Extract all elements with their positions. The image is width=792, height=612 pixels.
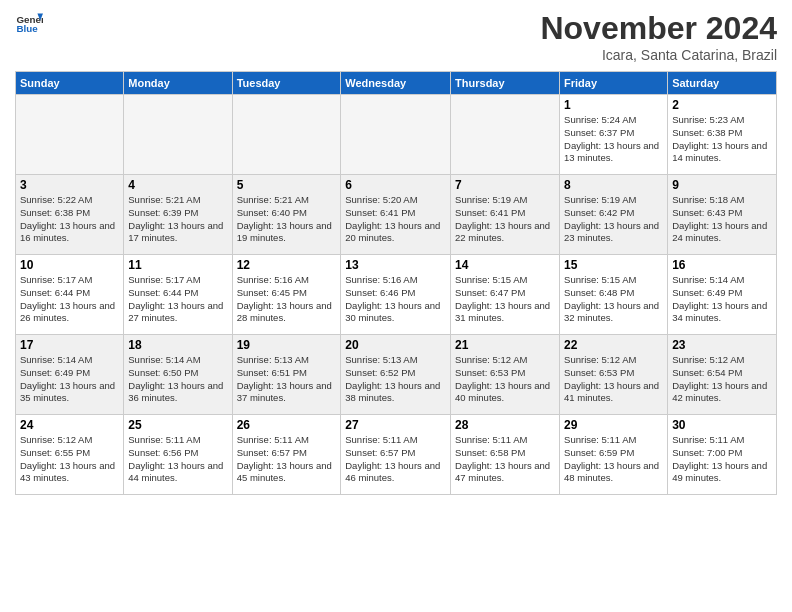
day-info: Sunrise: 5:11 AMSunset: 6:56 PMDaylight:… bbox=[128, 434, 227, 485]
day-info: Sunrise: 5:24 AMSunset: 6:37 PMDaylight:… bbox=[564, 114, 663, 165]
day-info: Sunrise: 5:21 AMSunset: 6:40 PMDaylight:… bbox=[237, 194, 337, 245]
calendar-day-cell: 15Sunrise: 5:15 AMSunset: 6:48 PMDayligh… bbox=[560, 255, 668, 335]
day-number: 12 bbox=[237, 258, 337, 272]
day-number: 14 bbox=[455, 258, 555, 272]
calendar-day-cell: 1Sunrise: 5:24 AMSunset: 6:37 PMDaylight… bbox=[560, 95, 668, 175]
calendar-day-cell: 7Sunrise: 5:19 AMSunset: 6:41 PMDaylight… bbox=[451, 175, 560, 255]
calendar-day-cell: 17Sunrise: 5:14 AMSunset: 6:49 PMDayligh… bbox=[16, 335, 124, 415]
day-number: 26 bbox=[237, 418, 337, 432]
day-info: Sunrise: 5:14 AMSunset: 6:50 PMDaylight:… bbox=[128, 354, 227, 405]
day-number: 29 bbox=[564, 418, 663, 432]
day-info: Sunrise: 5:20 AMSunset: 6:41 PMDaylight:… bbox=[345, 194, 446, 245]
day-number: 10 bbox=[20, 258, 119, 272]
day-info: Sunrise: 5:18 AMSunset: 6:43 PMDaylight:… bbox=[672, 194, 772, 245]
day-info: Sunrise: 5:19 AMSunset: 6:42 PMDaylight:… bbox=[564, 194, 663, 245]
calendar-day-cell: 9Sunrise: 5:18 AMSunset: 6:43 PMDaylight… bbox=[668, 175, 777, 255]
day-info: Sunrise: 5:13 AMSunset: 6:51 PMDaylight:… bbox=[237, 354, 337, 405]
calendar-day-cell: 20Sunrise: 5:13 AMSunset: 6:52 PMDayligh… bbox=[341, 335, 451, 415]
day-info: Sunrise: 5:12 AMSunset: 6:53 PMDaylight:… bbox=[564, 354, 663, 405]
header-saturday: Saturday bbox=[668, 72, 777, 95]
calendar-day-cell: 23Sunrise: 5:12 AMSunset: 6:54 PMDayligh… bbox=[668, 335, 777, 415]
day-info: Sunrise: 5:12 AMSunset: 6:54 PMDaylight:… bbox=[672, 354, 772, 405]
day-number: 7 bbox=[455, 178, 555, 192]
day-info: Sunrise: 5:23 AMSunset: 6:38 PMDaylight:… bbox=[672, 114, 772, 165]
day-number: 5 bbox=[237, 178, 337, 192]
day-info: Sunrise: 5:14 AMSunset: 6:49 PMDaylight:… bbox=[672, 274, 772, 325]
day-number: 25 bbox=[128, 418, 227, 432]
day-number: 9 bbox=[672, 178, 772, 192]
day-number: 2 bbox=[672, 98, 772, 112]
day-number: 11 bbox=[128, 258, 227, 272]
calendar-day-cell bbox=[16, 95, 124, 175]
day-number: 20 bbox=[345, 338, 446, 352]
day-info: Sunrise: 5:11 AMSunset: 6:57 PMDaylight:… bbox=[345, 434, 446, 485]
day-number: 24 bbox=[20, 418, 119, 432]
day-info: Sunrise: 5:12 AMSunset: 6:55 PMDaylight:… bbox=[20, 434, 119, 485]
header: General Blue November 2024 Icara, Santa … bbox=[15, 10, 777, 63]
day-number: 6 bbox=[345, 178, 446, 192]
calendar-day-cell: 3Sunrise: 5:22 AMSunset: 6:38 PMDaylight… bbox=[16, 175, 124, 255]
header-monday: Monday bbox=[124, 72, 232, 95]
header-wednesday: Wednesday bbox=[341, 72, 451, 95]
calendar-day-cell: 14Sunrise: 5:15 AMSunset: 6:47 PMDayligh… bbox=[451, 255, 560, 335]
calendar-day-cell: 27Sunrise: 5:11 AMSunset: 6:57 PMDayligh… bbox=[341, 415, 451, 495]
svg-text:Blue: Blue bbox=[16, 23, 38, 34]
calendar-week-row: 1Sunrise: 5:24 AMSunset: 6:37 PMDaylight… bbox=[16, 95, 777, 175]
calendar-day-cell bbox=[124, 95, 232, 175]
day-number: 1 bbox=[564, 98, 663, 112]
day-info: Sunrise: 5:16 AMSunset: 6:46 PMDaylight:… bbox=[345, 274, 446, 325]
page-container: General Blue November 2024 Icara, Santa … bbox=[0, 0, 792, 505]
day-info: Sunrise: 5:11 AMSunset: 7:00 PMDaylight:… bbox=[672, 434, 772, 485]
day-number: 16 bbox=[672, 258, 772, 272]
day-info: Sunrise: 5:17 AMSunset: 6:44 PMDaylight:… bbox=[128, 274, 227, 325]
calendar-week-row: 17Sunrise: 5:14 AMSunset: 6:49 PMDayligh… bbox=[16, 335, 777, 415]
logo: General Blue bbox=[15, 10, 43, 38]
day-info: Sunrise: 5:17 AMSunset: 6:44 PMDaylight:… bbox=[20, 274, 119, 325]
calendar-day-cell: 19Sunrise: 5:13 AMSunset: 6:51 PMDayligh… bbox=[232, 335, 341, 415]
calendar-day-cell: 13Sunrise: 5:16 AMSunset: 6:46 PMDayligh… bbox=[341, 255, 451, 335]
day-info: Sunrise: 5:11 AMSunset: 6:58 PMDaylight:… bbox=[455, 434, 555, 485]
calendar-day-cell: 22Sunrise: 5:12 AMSunset: 6:53 PMDayligh… bbox=[560, 335, 668, 415]
day-number: 23 bbox=[672, 338, 772, 352]
calendar-week-row: 10Sunrise: 5:17 AMSunset: 6:44 PMDayligh… bbox=[16, 255, 777, 335]
day-number: 18 bbox=[128, 338, 227, 352]
calendar-day-cell: 30Sunrise: 5:11 AMSunset: 7:00 PMDayligh… bbox=[668, 415, 777, 495]
header-sunday: Sunday bbox=[16, 72, 124, 95]
calendar-day-cell: 5Sunrise: 5:21 AMSunset: 6:40 PMDaylight… bbox=[232, 175, 341, 255]
day-info: Sunrise: 5:16 AMSunset: 6:45 PMDaylight:… bbox=[237, 274, 337, 325]
day-info: Sunrise: 5:12 AMSunset: 6:53 PMDaylight:… bbox=[455, 354, 555, 405]
day-number: 8 bbox=[564, 178, 663, 192]
calendar-day-cell: 21Sunrise: 5:12 AMSunset: 6:53 PMDayligh… bbox=[451, 335, 560, 415]
day-number: 30 bbox=[672, 418, 772, 432]
day-number: 19 bbox=[237, 338, 337, 352]
header-friday: Friday bbox=[560, 72, 668, 95]
calendar-day-cell bbox=[451, 95, 560, 175]
month-title: November 2024 bbox=[540, 10, 777, 47]
calendar-day-cell: 18Sunrise: 5:14 AMSunset: 6:50 PMDayligh… bbox=[124, 335, 232, 415]
day-number: 4 bbox=[128, 178, 227, 192]
calendar-day-cell: 24Sunrise: 5:12 AMSunset: 6:55 PMDayligh… bbox=[16, 415, 124, 495]
calendar-header-row: Sunday Monday Tuesday Wednesday Thursday… bbox=[16, 72, 777, 95]
title-section: November 2024 Icara, Santa Catarina, Bra… bbox=[540, 10, 777, 63]
calendar-week-row: 24Sunrise: 5:12 AMSunset: 6:55 PMDayligh… bbox=[16, 415, 777, 495]
calendar-day-cell: 12Sunrise: 5:16 AMSunset: 6:45 PMDayligh… bbox=[232, 255, 341, 335]
day-number: 13 bbox=[345, 258, 446, 272]
calendar-day-cell: 26Sunrise: 5:11 AMSunset: 6:57 PMDayligh… bbox=[232, 415, 341, 495]
day-number: 15 bbox=[564, 258, 663, 272]
day-info: Sunrise: 5:15 AMSunset: 6:47 PMDaylight:… bbox=[455, 274, 555, 325]
header-thursday: Thursday bbox=[451, 72, 560, 95]
day-info: Sunrise: 5:14 AMSunset: 6:49 PMDaylight:… bbox=[20, 354, 119, 405]
header-tuesday: Tuesday bbox=[232, 72, 341, 95]
location: Icara, Santa Catarina, Brazil bbox=[540, 47, 777, 63]
day-number: 21 bbox=[455, 338, 555, 352]
calendar-week-row: 3Sunrise: 5:22 AMSunset: 6:38 PMDaylight… bbox=[16, 175, 777, 255]
day-number: 22 bbox=[564, 338, 663, 352]
calendar-day-cell: 25Sunrise: 5:11 AMSunset: 6:56 PMDayligh… bbox=[124, 415, 232, 495]
calendar-day-cell: 11Sunrise: 5:17 AMSunset: 6:44 PMDayligh… bbox=[124, 255, 232, 335]
day-info: Sunrise: 5:19 AMSunset: 6:41 PMDaylight:… bbox=[455, 194, 555, 245]
calendar-day-cell: 29Sunrise: 5:11 AMSunset: 6:59 PMDayligh… bbox=[560, 415, 668, 495]
day-info: Sunrise: 5:15 AMSunset: 6:48 PMDaylight:… bbox=[564, 274, 663, 325]
calendar-table: Sunday Monday Tuesday Wednesday Thursday… bbox=[15, 71, 777, 495]
calendar-day-cell: 4Sunrise: 5:21 AMSunset: 6:39 PMDaylight… bbox=[124, 175, 232, 255]
day-number: 3 bbox=[20, 178, 119, 192]
